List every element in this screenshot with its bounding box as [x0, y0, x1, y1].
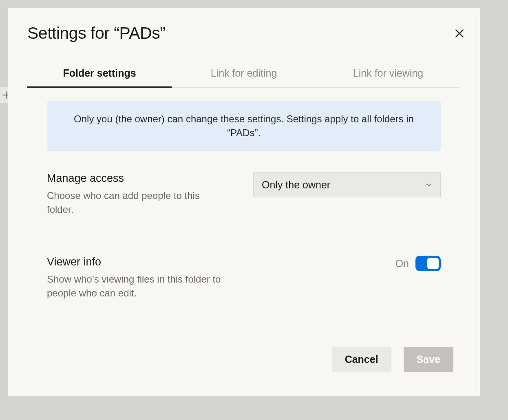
- setting-viewer-info: Viewer info Show who’s viewing files in …: [47, 256, 441, 319]
- viewer-info-toggle[interactable]: [415, 256, 441, 271]
- tab-label: Link for editing: [211, 67, 277, 79]
- manage-access-select[interactable]: Only the owner: [253, 172, 441, 197]
- modal-footer: Cancel Save: [332, 347, 453, 372]
- close-button[interactable]: [451, 24, 468, 42]
- tab-link-for-viewing[interactable]: Link for viewing: [316, 61, 460, 87]
- setting-description: Choose who can add people to this folder…: [47, 189, 226, 216]
- modal-title: Settings for “PADs”: [27, 24, 460, 43]
- tab-label: Link for viewing: [353, 67, 423, 79]
- tab-folder-settings[interactable]: Folder settings: [27, 61, 172, 87]
- cancel-button[interactable]: Cancel: [332, 347, 391, 372]
- select-value: Only the owner: [262, 179, 330, 191]
- setting-text: Manage access Choose who can add people …: [47, 172, 226, 216]
- tab-content: Only you (the owner) can change these se…: [27, 101, 460, 320]
- setting-text: Viewer info Show who’s viewing files in …: [47, 256, 226, 300]
- save-button[interactable]: Save: [404, 347, 453, 372]
- viewer-info-toggle-container: On: [395, 256, 441, 271]
- info-banner: Only you (the owner) can change these se…: [47, 101, 441, 151]
- tab-link-for-editing[interactable]: Link for editing: [172, 61, 316, 87]
- setting-description: Show who’s viewing files in this folder …: [47, 272, 226, 300]
- tabs: Folder settings Link for editing Link fo…: [27, 61, 460, 88]
- tab-label: Folder settings: [63, 67, 136, 79]
- setting-manage-access: Manage access Choose who can add people …: [47, 172, 441, 236]
- setting-title: Manage access: [47, 172, 226, 185]
- close-icon: [454, 28, 465, 39]
- toggle-knob: [427, 258, 439, 269]
- settings-modal: Settings for “PADs” Folder settings Link…: [8, 8, 480, 396]
- chevron-down-icon: [426, 181, 432, 188]
- toggle-state-label: On: [395, 258, 409, 270]
- setting-title: Viewer info: [47, 256, 226, 268]
